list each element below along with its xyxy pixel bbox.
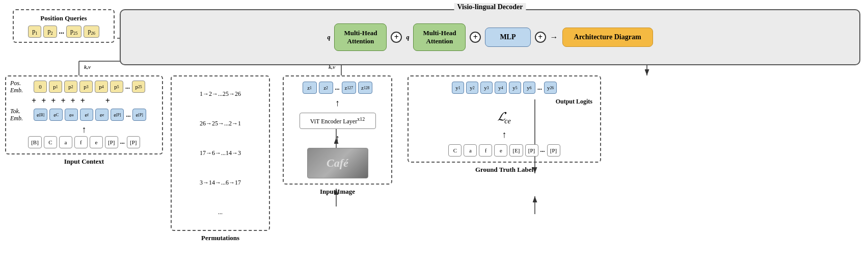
- z-ellipsis: ...: [335, 84, 340, 92]
- plus-7: +: [105, 96, 110, 106]
- pos-cell-2: p2: [64, 81, 77, 93]
- y-cell-6: y6: [523, 82, 535, 94]
- mha1-box: Multi-HeadAttention: [334, 23, 387, 51]
- perm-2: 26→25→...2→1: [200, 120, 241, 127]
- y-cell-5: y5: [509, 82, 521, 94]
- decoder-inner: q Multi-HeadAttention + q Multi-HeadAtte…: [128, 23, 852, 51]
- linear-box: Architecture Diagram: [562, 28, 653, 47]
- plus-3: +: [51, 96, 56, 106]
- y-cells: y1 y2 y3 y4 y5 y6 ... y26: [452, 82, 557, 94]
- main-diagram: q q k,v Attn masks: [0, 0, 868, 260]
- tok-cell-f: ef: [80, 109, 93, 121]
- z-cell-1: z1: [303, 82, 317, 94]
- z-cell-2: z2: [319, 82, 333, 94]
- tok-cell-P2: e[P]: [132, 109, 146, 121]
- q-label-1: q: [327, 34, 330, 41]
- pq-ellipsis: ...: [59, 28, 65, 36]
- pq-cells-row: p1 p2 ... p25 p26: [28, 25, 99, 38]
- y-cell-4: y4: [495, 82, 507, 94]
- gt-label: Ground Truth Label: [408, 166, 601, 174]
- z-cell-128: z128: [358, 82, 372, 94]
- tok-emb-label: Tok.Emb.: [10, 108, 30, 122]
- output-logits-section: y1 y2 y3 y4 y5 y6 ... y26 Output Logits …: [408, 75, 601, 174]
- output-logits-sublabel: Output Logits: [414, 98, 595, 106]
- y-cell-26: y26: [544, 82, 557, 94]
- plus-1: +: [32, 96, 36, 106]
- input-image-dashed: z1 z2 ... z127 z128 ↑ ViT Encoder Layerx…: [283, 75, 392, 185]
- permutations-dashed: 1→2→...25→26 26→25→...2→1 17→6→...14→3 3…: [171, 75, 270, 231]
- gt-ellipsis: ...: [540, 146, 545, 154]
- tok-emb-row: Tok.Emb. e[B] eC ea ef ee e[P] ... e[P]: [10, 108, 158, 122]
- arrow-to-linear: →: [550, 33, 558, 42]
- input-cells-row: [B] C a f e [P] ... [P]: [10, 136, 158, 148]
- pq-cell-2: p2: [43, 25, 57, 38]
- pos-cell-3: p3: [79, 81, 93, 93]
- pq-cell-25: p25: [66, 25, 82, 38]
- tok-cell-e: ee: [95, 109, 108, 121]
- tok-ellipsis: ...: [126, 111, 130, 119]
- arrow-down-image: ↑: [335, 133, 340, 144]
- perm-dots: ...: [218, 209, 223, 216]
- tok-cell-C: eC: [49, 109, 63, 121]
- plus-circle-2: +: [470, 32, 481, 43]
- tok-cell-a: ea: [65, 109, 78, 121]
- position-queries-box: Position Queries p1 p2 ... p25 p26: [13, 9, 115, 43]
- perm-3: 17→6→...14→3: [200, 149, 241, 157]
- input-cell-f: f: [74, 136, 88, 148]
- input-image-section: z1 z2 ... z127 z128 ↑ ViT Encoder Layerx…: [283, 75, 392, 196]
- y-cell-3: y3: [480, 82, 493, 94]
- decoder-box: Visio-lingual Decoder q Multi-HeadAttent…: [120, 9, 860, 65]
- mha2-box: Multi-HeadAttention: [413, 23, 466, 51]
- y-cell-2: y2: [466, 82, 478, 94]
- pos-cell-0: 0: [34, 81, 47, 93]
- permutations-section: 1→2→...25→26 26→25→...2→1 17→6→...14→3 3…: [171, 75, 270, 242]
- pos-cell-25: p25: [132, 81, 145, 93]
- perm-4: 3→14→...6→17: [200, 179, 241, 187]
- input-cell-a: a: [59, 136, 72, 148]
- plus-6: +: [80, 96, 85, 106]
- svg-text:k,v: k,v: [84, 64, 91, 70]
- mlp-box: MLP: [485, 28, 530, 47]
- pos-cell-5: p5: [110, 81, 123, 93]
- input-cell-B: [B]: [28, 136, 42, 148]
- gt-cell-f: f: [479, 144, 492, 157]
- plus-row-1: + + + + + + +: [10, 96, 158, 106]
- pos-emb-label: Pos.Emb.: [10, 80, 30, 94]
- input-cell-P2: [P]: [127, 136, 140, 148]
- plus-5: +: [71, 96, 75, 106]
- plus-4: +: [61, 96, 65, 106]
- pos-cell-4: p4: [95, 81, 108, 93]
- tok-cell-P: e[P]: [111, 109, 124, 121]
- gt-cell-C: C: [448, 144, 462, 157]
- input-cell-e: e: [90, 136, 103, 148]
- tok-cell-B: e[B]: [34, 109, 47, 121]
- plus-circle-3: +: [535, 32, 546, 43]
- cafe-image: Café: [307, 148, 368, 178]
- vit-encoder-box: ViT Encoder Layerx12: [300, 113, 376, 129]
- gt-cells: C a f e [E] [P] ... [P]: [448, 144, 560, 157]
- arrow-up-gt: ↑: [502, 129, 507, 140]
- input-context-dashed: Pos.Emb. 0 p1 p2 p3 p4 p5 ... p25 + + + …: [5, 75, 163, 154]
- pq-cell-26: p26: [84, 25, 99, 38]
- loss-symbol: 𝓛ce: [498, 110, 510, 125]
- pos-cell-1: p1: [49, 81, 62, 93]
- q-label-2: q: [406, 34, 409, 41]
- y-cell-1: y1: [452, 82, 464, 94]
- input-cell-C: C: [44, 136, 57, 148]
- gt-cell-E: [E]: [509, 144, 523, 157]
- input-cell-P1: [P]: [105, 136, 118, 148]
- y-ellipsis: ...: [537, 84, 542, 92]
- z-cells: z1 z2 ... z127 z128: [303, 82, 373, 94]
- gt-cell-a: a: [464, 144, 477, 157]
- arrow-down-vit: ↑: [335, 98, 340, 109]
- arrow-up-input: ↑: [10, 124, 158, 135]
- pos-ellipsis: ...: [125, 83, 130, 91]
- plus-2: +: [41, 96, 46, 106]
- plus-circle-1: +: [391, 32, 402, 43]
- gt-cell-e: e: [494, 144, 507, 157]
- input-context-section: Pos.Emb. 0 p1 p2 p3 p4 p5 ... p25 + + + …: [5, 75, 163, 166]
- gt-cell-P1: [P]: [525, 144, 538, 157]
- input-ellipsis: ...: [120, 138, 125, 146]
- input-context-label: Input Context: [5, 158, 163, 166]
- input-image-label: Input Image: [283, 188, 392, 196]
